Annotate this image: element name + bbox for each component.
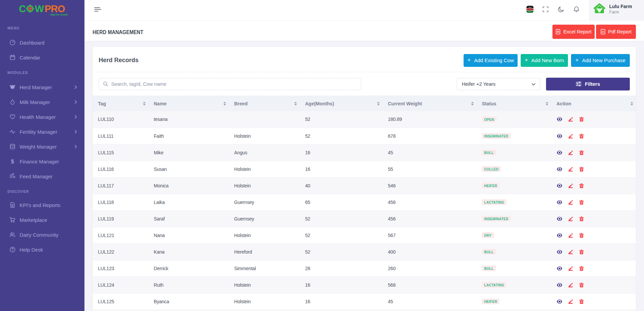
svg-text:W: W — [35, 3, 44, 14]
svg-text:C: C — [19, 3, 26, 14]
svg-text:Data For Growth: Data For Growth — [50, 14, 68, 16]
svg-text:D: D — [602, 30, 604, 33]
svg-text:PRO: PRO — [45, 3, 65, 14]
svg-text:$: $ — [11, 159, 14, 164]
